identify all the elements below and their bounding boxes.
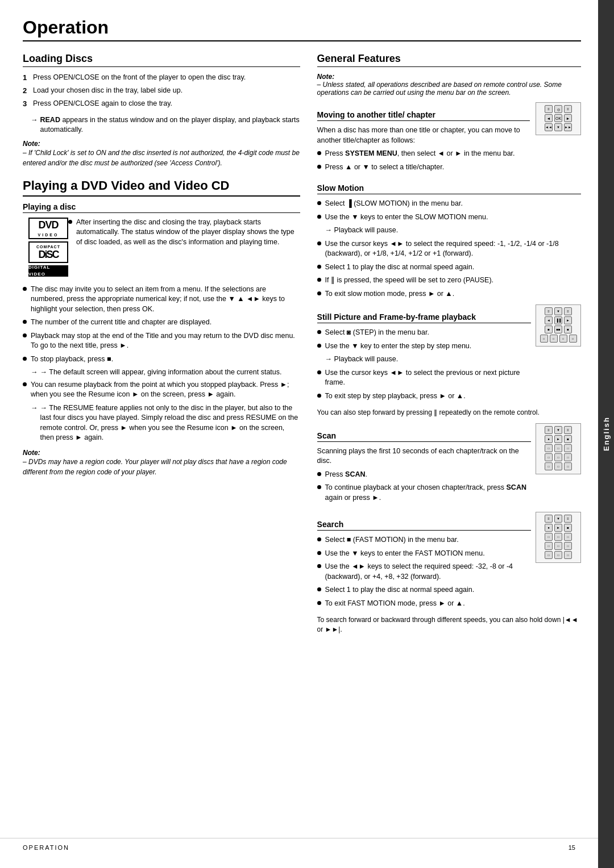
left-column: Loading Discs 1 Press OPEN/CLOSE on the … [23,53,300,635]
search-list: Select ■ (FAST MOTION) in the menu bar. … [317,535,531,608]
playing-bullet-6: You can resume playback from the point a… [23,380,300,400]
general-features-title: General Features [317,53,581,67]
loading-arrow-1: → READ appears in the status window and … [31,115,300,135]
sm-bullet-6: To exit slow motion mode, press ► or ▲. [317,289,581,299]
cd-logo: COMPACT DiSC [28,241,68,263]
loading-step-2: 2 Load your chosen disc in the tray, lab… [23,86,300,96]
sp-bullet-3: Use the cursor keys ◄► to select the pre… [317,368,531,388]
still-picture-list: Select ◙ (STEP) in the menu bar. Use the… [317,328,531,401]
still-picture-remote: ≡ ▼ ≡ ◄ ▐▐ ► ■ [536,304,581,347]
playing-bullet-1: DVD VIDEO COMPACT DiSC [23,218,300,281]
playing-disc-subtitle: Playing a disc [23,202,300,213]
sm-bullet-3: Use the cursor keys ◄► to select the req… [317,239,581,259]
disc-logos: DVD VIDEO COMPACT DiSC [28,218,68,277]
digital-video-badge: DIGITAL VIDEO [28,265,68,277]
playing-bullet-3: The number of the current title and chap… [23,318,300,328]
loading-step-3: 3 Press OPEN/CLOSE again to close the tr… [23,99,300,109]
sm-bullet-5: If ‖ is pressed, the speed will be set t… [317,276,581,286]
playing-bullet-4: Playback may stop at the end of the Titl… [23,331,300,351]
scan-list: Press SCAN. To continue playback at your… [317,470,531,503]
loading-step-1: 1 Press OPEN/CLOSE on the front of the p… [23,73,300,83]
moving-bullet-2: Press ▲ or ▼ to select a title/chapter. [317,162,530,173]
playing-dvd-title: Playing a DVD Video and Video CD [23,178,300,197]
moving-title-list: Press SYSTEM MENU, then select ◄ or ► in… [317,149,530,172]
playing-note-2: Note: – DVDs may have a region code. You… [23,449,300,477]
search-bullet-4: Select 1 to play the disc at normal spee… [317,585,531,595]
search-bullet-5: To exit FAST MOTION mode, press ► or ▲. [317,599,531,609]
slow-motion-list: Select ▐ (SLOW MOTION) in the menu bar. … [317,199,581,299]
page-footer: Operation 15 [0,838,598,857]
moving-title-subtitle: Moving to another title/ chapter [317,110,530,121]
search-title: Search [317,520,531,531]
still-picture-section: Still Picture and Frame-by-frame playbac… [317,304,581,404]
playing-bullet-5: To stop playback, press ■. [23,354,300,365]
sp-bullet-4: To exit step by step playback, press ► o… [317,391,531,402]
still-picture-extra: You can also step forward by pressing ‖ … [317,408,581,418]
sp-bullet-2b: → Playback will pause. [325,354,531,365]
search-bullet-2: Use the ▼ keys to enter the FAST MOTION … [317,549,531,559]
language-tab: English [598,0,614,868]
sp-bullet-2: Use the ▼ key to enter the step by step … [317,341,531,352]
search-bullet-3: Use the ◄► keys to select the required s… [317,562,531,582]
scan-bullet-1: Press SCAN. [317,470,531,480]
scan-intro: Scanning plays the first 10 seconds of e… [317,446,531,466]
scan-bullet-2: To continue playback at your chosen chap… [317,483,531,503]
search-extra: To search forward or backward through di… [317,615,581,635]
footer-page-number: 15 [569,844,575,851]
sm-bullet-4: Select 1 to play the disc at normal spee… [317,262,581,273]
dvd-logo: DVD VIDEO [28,218,68,239]
moving-title-intro: When a disc has more than one title or c… [317,126,530,145]
scan-remote: ≡ ▼ ≡ ● ► ■ □ [536,423,581,474]
playing-bullet-2: The disc may invite you to select an ite… [23,285,300,315]
scan-title: Scan [317,431,531,442]
search-bullet-1: Select ■ (FAST MOTION) in the menu bar. [317,535,531,545]
playing-resume-list: You can resume playback from the point a… [23,380,300,400]
playing-disc-list: DVD VIDEO COMPACT DiSC [23,218,300,365]
playing-arrow-3: → → The RESUME feature applies not only … [31,403,300,443]
moving-title-header: Moving to another title/ chapter When a … [317,102,581,176]
search-remote: ≡ ▼ ≡ ● ► ■ □ [536,512,581,563]
sm-bullet-2b: → Playback will pause. [325,226,581,236]
loading-steps-list: 1 Press OPEN/CLOSE on the front of the p… [23,73,300,110]
loading-discs-title: Loading Discs [23,53,300,67]
scan-section: Scan Scanning plays the first 10 seconds… [317,423,581,507]
general-note: Note: – Unless stated, all operations de… [317,73,581,97]
moving-bullet-1: Press SYSTEM MENU, then select ◄ or ► in… [317,149,530,159]
still-picture-title: Still Picture and Frame-by-frame playbac… [317,312,531,323]
footer-label: Operation [23,844,69,851]
moving-title-remote: ≡ ◎ ≡ ◄ OK ► ◄◄ ▼ [536,102,581,135]
page-title: Operation [23,17,581,41]
playing-arrow-2: → → The default screen will appear, givi… [31,368,300,378]
search-section: Search Select ■ (FAST MOTION) in the men… [317,512,581,612]
sp-bullet-1: Select ◙ (STEP) in the menu bar. [317,328,531,338]
slow-motion-title: Slow Motion [317,183,581,194]
loading-note: Note: – If 'Child Lock' is set to ON and… [23,140,300,168]
sm-bullet-2: Use the ▼ keys to enter the SLOW MOTION … [317,212,581,223]
right-column: General Features Note: – Unless stated, … [317,53,581,635]
sm-bullet-1: Select ▐ (SLOW MOTION) in the menu bar. [317,199,581,209]
